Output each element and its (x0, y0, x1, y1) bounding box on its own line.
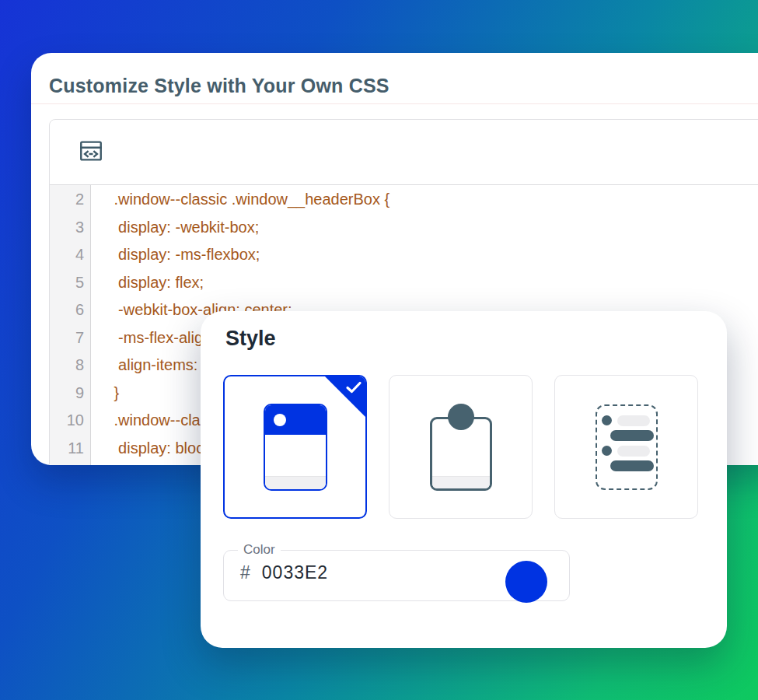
tab-circle-icon (448, 404, 474, 430)
code-line: display: flex; (110, 269, 758, 297)
window-blue-header-icon (264, 404, 327, 491)
title-divider (31, 103, 758, 104)
line-number: 4 (50, 241, 84, 269)
line-number: 9 (50, 380, 84, 408)
line-number: 6 (50, 296, 84, 324)
line-number: 7 (50, 324, 84, 352)
style-option-classic-window[interactable] (223, 375, 367, 519)
page-title: Customize Style with Your Own CSS (49, 75, 758, 97)
style-option-list-layout[interactable] (554, 375, 698, 519)
color-input-field[interactable]: Color # 0033E2 (223, 542, 570, 601)
style-panel-title: Style (225, 327, 276, 351)
code-window-icon[interactable] (78, 138, 104, 167)
code-line: display: -webkit-box; (110, 214, 758, 242)
style-settings-panel: Style (201, 311, 727, 648)
color-swatch[interactable] (505, 561, 547, 603)
style-option-circle-tab-window[interactable] (389, 375, 533, 519)
selected-corner-badge (325, 376, 365, 417)
line-number: 11 (50, 435, 84, 463)
line-number: 5 (50, 269, 84, 297)
line-number-gutter: 2 3 4 5 6 7 8 9 10 11 (50, 185, 91, 465)
check-icon (345, 380, 362, 394)
style-options-row (223, 375, 698, 519)
window-circle-tab-icon (430, 404, 492, 491)
code-line: .window--classic .window__headerBox { (110, 186, 758, 214)
window-dot-icon (274, 414, 286, 426)
line-number: 8 (50, 352, 84, 380)
line-number: 3 (50, 214, 84, 242)
hex-prefix: # (240, 562, 250, 583)
line-number: 2 (50, 186, 84, 214)
line-number: 10 (50, 407, 84, 435)
editor-toolbar (50, 120, 758, 184)
code-line: display: -ms-flexbox; (110, 241, 758, 269)
dashed-list-icon (596, 404, 658, 490)
hex-value[interactable]: 0033E2 (262, 562, 328, 583)
color-field-label: Color (238, 542, 281, 558)
